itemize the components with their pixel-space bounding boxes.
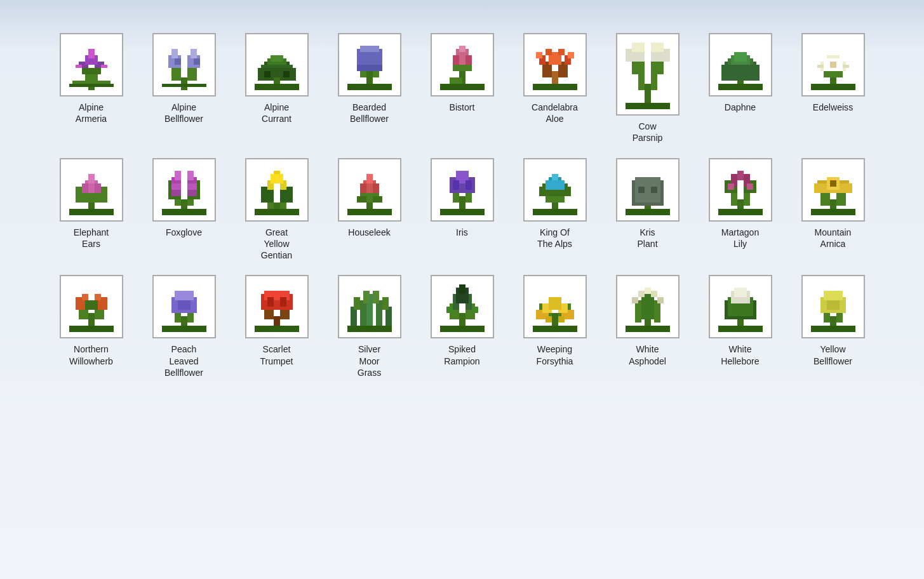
list-item: Scarlet Trumpet <box>233 275 321 378</box>
svg-rect-46 <box>450 77 462 84</box>
plant-image-box <box>60 158 123 222</box>
svg-rect-125 <box>373 196 382 203</box>
plant-image-box <box>801 158 865 222</box>
svg-rect-75 <box>734 52 747 62</box>
plant-image-box <box>616 275 680 338</box>
plant-name: Great Yellow Gentian <box>261 227 292 262</box>
svg-rect-186 <box>184 291 194 300</box>
svg-rect-236 <box>632 297 638 303</box>
svg-rect-93 <box>69 209 114 215</box>
svg-rect-206 <box>363 291 370 303</box>
svg-rect-82 <box>830 62 836 68</box>
svg-rect-241 <box>626 326 670 332</box>
plant-name: White Asphodel <box>629 343 666 367</box>
svg-rect-56 <box>558 49 565 55</box>
plant-image-box <box>616 158 680 222</box>
svg-rect-134 <box>465 180 472 190</box>
plant-name: Candelabra Aloe <box>532 102 578 125</box>
svg-rect-257 <box>827 300 833 310</box>
svg-rect-149 <box>638 187 645 193</box>
svg-rect-58 <box>568 52 574 58</box>
list-item: Silver Moor Grass <box>326 275 413 378</box>
list-item: Cow Parsnip <box>604 33 692 144</box>
plant-image-box <box>709 158 772 222</box>
svg-rect-258 <box>833 300 840 310</box>
svg-rect-76 <box>718 84 763 90</box>
svg-rect-189 <box>162 326 206 332</box>
svg-rect-107 <box>162 209 206 215</box>
svg-rect-237 <box>657 297 664 303</box>
svg-rect-124 <box>357 196 366 203</box>
svg-rect-45 <box>465 55 472 65</box>
list-item: Houseleek <box>326 158 413 262</box>
plant-name: King Of The Alps <box>537 227 572 250</box>
svg-rect-259 <box>811 326 855 332</box>
plant-image-box <box>709 275 772 338</box>
plant-name: Spiked Rampion <box>444 343 479 367</box>
svg-rect-150 <box>651 187 657 193</box>
svg-rect-169 <box>830 180 836 187</box>
svg-rect-240 <box>645 288 651 294</box>
list-item: Weeping Forsythia <box>511 275 599 378</box>
svg-rect-44 <box>453 55 459 65</box>
plant-name: Elephant Ears <box>74 227 109 250</box>
svg-rect-38 <box>370 65 382 71</box>
plant-name: Cow Parsnip <box>633 121 663 144</box>
svg-rect-185 <box>175 291 184 300</box>
plant-name: Kris Plant <box>637 227 657 250</box>
svg-rect-187 <box>178 300 184 310</box>
plant-name: Bearded Bellflower <box>350 102 389 125</box>
plant-image-box <box>245 158 309 222</box>
plant-image-box <box>709 33 772 96</box>
svg-rect-55 <box>546 49 552 55</box>
svg-rect-177 <box>95 294 101 300</box>
svg-rect-198 <box>280 297 286 307</box>
plant-image-box <box>245 275 309 338</box>
svg-rect-19 <box>194 58 200 65</box>
svg-rect-43 <box>459 46 465 52</box>
svg-rect-91 <box>82 183 88 193</box>
plant-name: Iris <box>456 227 468 238</box>
plant-image-box <box>523 158 587 222</box>
svg-rect-133 <box>453 180 459 190</box>
plant-image-box <box>801 33 865 96</box>
list-item: King Of The Alps <box>511 158 599 262</box>
list-item: Iris <box>418 158 506 262</box>
list-item: Edelweiss <box>789 33 877 144</box>
svg-rect-248 <box>734 288 747 297</box>
plant-image-box <box>431 275 494 338</box>
svg-rect-142 <box>552 174 558 180</box>
plant-name: White Hellebore <box>721 343 759 367</box>
svg-rect-123 <box>373 183 379 193</box>
svg-rect-116 <box>271 174 283 183</box>
svg-rect-135 <box>440 209 485 215</box>
svg-rect-160 <box>728 183 734 190</box>
svg-rect-2 <box>82 68 101 74</box>
svg-rect-16 <box>171 49 178 58</box>
list-item: Kris Plant <box>604 158 692 262</box>
plant-image-box <box>152 158 216 222</box>
list-item: Mountain Arnica <box>789 158 877 262</box>
svg-rect-217 <box>446 307 453 313</box>
svg-rect-229 <box>558 316 565 323</box>
plant-image-box <box>431 33 494 96</box>
svg-rect-238 <box>638 291 645 297</box>
svg-rect-188 <box>184 300 191 310</box>
svg-rect-161 <box>747 183 753 190</box>
svg-rect-233 <box>654 300 660 323</box>
svg-rect-39 <box>347 84 392 90</box>
svg-rect-26 <box>264 71 271 77</box>
svg-rect-7 <box>76 65 82 68</box>
svg-rect-141 <box>546 180 565 190</box>
list-item: White Hellebore <box>697 275 784 378</box>
svg-rect-170 <box>811 209 855 215</box>
svg-rect-104 <box>187 190 197 196</box>
svg-rect-232 <box>635 300 641 323</box>
svg-rect-106 <box>187 171 194 180</box>
svg-rect-216 <box>459 284 465 294</box>
svg-rect-197 <box>267 297 274 307</box>
plant-name: Yellow Bellflower <box>814 343 852 367</box>
svg-rect-92 <box>95 183 101 193</box>
svg-rect-105 <box>175 171 181 180</box>
list-item: Alpine Armeria <box>48 33 135 144</box>
